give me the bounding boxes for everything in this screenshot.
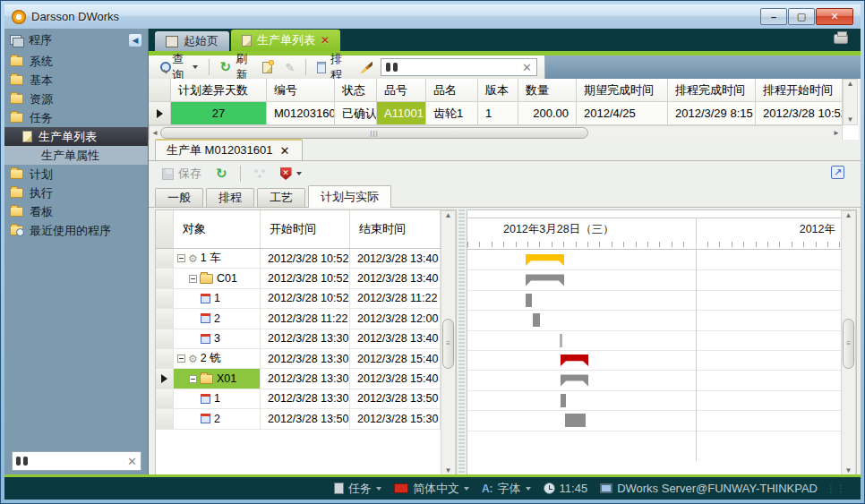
- detail-refresh-button[interactable]: ↻: [211, 167, 232, 181]
- minimize-button[interactable]: –: [760, 8, 787, 25]
- end-time-cell: 2012/3/28 11:22: [350, 289, 441, 309]
- gantt-summary-bar[interactable]: [561, 374, 588, 386]
- sidebar-search-clear-icon[interactable]: ✕: [127, 455, 137, 468]
- sidebar-search-box[interactable]: ✕: [12, 451, 141, 471]
- tree-row[interactable]: 22012/3/28 13:502012/3/28 15:30: [156, 409, 456, 429]
- gantt-task-bar[interactable]: [526, 294, 532, 307]
- tree-row[interactable]: 32012/3/28 13:302012/3/28 13:40: [156, 329, 456, 349]
- sidebar-item[interactable]: 最近使用的程序: [4, 221, 148, 240]
- grid-cell[interactable]: 27: [171, 102, 267, 125]
- sidebar-item[interactable]: 看板: [4, 202, 148, 221]
- gantt-task-bar[interactable]: [560, 334, 562, 347]
- grid-column-header[interactable]: 品号: [377, 79, 426, 102]
- grid-column-header[interactable]: 排程开始时间: [756, 79, 843, 102]
- grid-column-header[interactable]: 状态: [335, 79, 377, 102]
- sidebar-search-input[interactable]: [31, 455, 124, 467]
- grid-cell[interactable]: 齿轮1: [426, 102, 478, 125]
- edit-button[interactable]: ✎: [280, 59, 299, 76]
- gantt-summary-bar[interactable]: [526, 274, 564, 286]
- grid-column-header[interactable]: 数量: [518, 79, 577, 102]
- status-item-clock[interactable]: 11:45: [544, 482, 588, 495]
- gantt-task-bar[interactable]: [561, 394, 566, 407]
- grid-column-header[interactable]: 版本: [478, 79, 518, 102]
- status-item-clipboard[interactable]: 任务: [334, 481, 381, 497]
- tab-起始页[interactable]: 起始页: [155, 31, 229, 51]
- grid-cell[interactable]: 1: [478, 102, 518, 125]
- popout-icon[interactable]: ↗: [831, 166, 844, 179]
- monitor-icon: [600, 483, 612, 493]
- sidebar-item[interactable]: 基本: [4, 71, 148, 90]
- grid-cell[interactable]: 2012/4/25: [577, 102, 668, 125]
- validate-dropdown-icon[interactable]: [296, 172, 302, 175]
- order-document-tab[interactable]: 生产单 M012031601 ✕: [155, 139, 303, 160]
- tree-row[interactable]: 12012/3/28 10:522012/3/28 11:22: [156, 289, 456, 309]
- tab-生产单列表[interactable]: 生产单列表✕: [231, 30, 340, 51]
- grid-column-header[interactable]: 编号: [267, 79, 335, 102]
- clean-button[interactable]: [355, 60, 377, 75]
- sidebar-item[interactable]: 任务: [4, 108, 148, 127]
- gantt-summary-bar[interactable]: [561, 355, 588, 366]
- tree-column-header[interactable]: 对象: [174, 210, 261, 248]
- gantt-task-bar[interactable]: [533, 313, 540, 327]
- tree-row[interactable]: C012012/3/28 10:522012/3/28 13:40: [156, 269, 456, 288]
- tree-row[interactable]: 12012/3/28 13:302012/3/28 13:50: [156, 389, 456, 409]
- maximize-button[interactable]: ▢: [788, 8, 815, 25]
- status-item-flag[interactable]: 简体中文: [394, 481, 469, 497]
- sidebar-item[interactable]: 生产单列表: [4, 127, 148, 146]
- inner-tab-排程[interactable]: 排程: [206, 188, 254, 207]
- gantt-chart: 2012年3月28日（三） 2012年 ▲ ≡ ▼: [467, 209, 857, 492]
- grid-search-box[interactable]: ✕: [381, 58, 537, 76]
- grid-cell[interactable]: 200.00: [518, 102, 577, 125]
- grid-cell[interactable]: A11001: [377, 102, 426, 125]
- sidebar-item[interactable]: 资源: [4, 90, 148, 108]
- new-button[interactable]: [258, 60, 277, 75]
- inner-tab-一般[interactable]: 一般: [155, 188, 203, 207]
- grid-column-header[interactable]: 计划差异天数: [171, 79, 267, 102]
- tree-column-header[interactable]: [156, 210, 174, 248]
- grid-cell[interactable]: 2012/3/29 8:15: [668, 102, 756, 125]
- gantt-vertical-scrollbar[interactable]: ▲ ≡ ▼: [841, 210, 856, 476]
- grid-cell[interactable]: 2012/3/28 10:52: [756, 102, 843, 125]
- grid-column-header[interactable]: 品名: [426, 79, 478, 102]
- tree-row[interactable]: X012012/3/28 13:302012/3/28 15:40: [156, 369, 456, 389]
- tree-vertical-scrollbar[interactable]: ▲ ≡ ▼: [441, 210, 456, 476]
- title-bar: Darsson DWorks – ▢ ✕: [4, 4, 861, 29]
- query-dropdown-icon[interactable]: [193, 65, 198, 69]
- grid-cell[interactable]: M012031601: [267, 102, 335, 125]
- tree-column-header[interactable]: 结束时间: [350, 210, 441, 248]
- close-button[interactable]: ✕: [816, 8, 853, 25]
- tree-column-header[interactable]: 开始时间: [261, 210, 350, 248]
- grid-cell[interactable]: 已确认: [335, 102, 377, 125]
- tree-row[interactable]: 22012/3/28 11:222012/3/28 12:00: [156, 309, 456, 329]
- resize-grip[interactable]: ⋮⋮: [826, 483, 846, 493]
- tree-row[interactable]: ⚙2 铣2012/3/28 13:302012/3/28 15:40: [156, 349, 456, 369]
- grid-column-header[interactable]: [149, 79, 171, 102]
- gantt-task-bar[interactable]: [565, 414, 586, 427]
- save-button[interactable]: 保存: [158, 164, 206, 184]
- sidebar-item[interactable]: 系统: [4, 52, 148, 71]
- inner-tab-工艺[interactable]: 工艺: [257, 188, 305, 207]
- grid-search-input[interactable]: [402, 61, 518, 74]
- sidebar-item[interactable]: 生产单属性: [4, 146, 148, 165]
- inner-tab-计划与实际[interactable]: 计划与实际: [308, 185, 391, 208]
- grid-column-header[interactable]: 期望完成时间: [577, 79, 668, 102]
- sidebar-collapse-button[interactable]: ◀: [128, 33, 142, 47]
- sidebar-item[interactable]: 计划: [4, 165, 148, 184]
- status-item-font[interactable]: A:字体: [482, 481, 531, 497]
- tree-row[interactable]: ⚙1 车2012/3/28 10:522012/3/28 13:40: [156, 249, 456, 269]
- validate-button[interactable]: ✕: [276, 166, 306, 182]
- grid-vertical-scrollbar[interactable]: ▲▼: [843, 79, 858, 125]
- grid-column-header[interactable]: 排程完成时间: [668, 79, 756, 102]
- task-calendar-icon: [201, 394, 210, 404]
- order-tab-close-icon[interactable]: ✕: [280, 141, 290, 160]
- sidebar-item[interactable]: 执行: [4, 184, 148, 202]
- grid-cell[interactable]: [149, 102, 171, 125]
- splitter-handle[interactable]: [458, 209, 465, 492]
- status-item-monitor[interactable]: DWorks Server@FUNWAY-THINKPAD: [600, 482, 818, 495]
- tab-close-icon[interactable]: ✕: [321, 34, 330, 47]
- gantt-summary-bar[interactable]: [526, 254, 564, 266]
- grid-search-clear-icon[interactable]: ✕: [522, 61, 532, 74]
- flow-button[interactable]: [249, 167, 270, 181]
- printer-icon[interactable]: [834, 34, 848, 44]
- save-disk-icon: [162, 168, 174, 180]
